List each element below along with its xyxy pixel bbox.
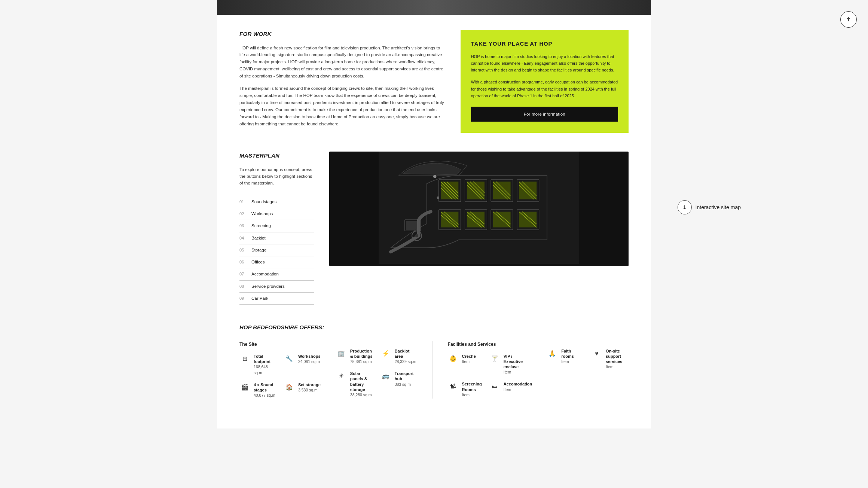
masterplan-heading: MASTERPLAN	[239, 152, 314, 160]
item-label: Service proivders	[251, 283, 285, 290]
stat-value: 75,381 sq.m	[350, 359, 373, 365]
masterplan-list-item[interactable]: 09Car Park	[239, 293, 314, 305]
stat-text: Solar panels & battery storage 38,280 sq…	[350, 371, 373, 398]
main-content: FOR WORK HOP will define a fresh new spe…	[217, 15, 651, 428]
stat-item: 🏠 Set storage 3,530 sq.m	[284, 382, 321, 399]
stat-item: 🎬 4 x Sound stages 40,877 sq.m	[239, 382, 276, 399]
screening-icon: 📽	[448, 381, 458, 392]
stat-text: Set storage 3,530 sq.m	[298, 382, 321, 393]
masterplan-list-item[interactable]: 02Workshops	[239, 208, 314, 220]
stat-text: Faith rooms Item	[561, 348, 584, 365]
item-number: 08	[239, 283, 248, 290]
stat-label: Workshops	[298, 354, 321, 359]
map-container	[329, 152, 629, 266]
transport-icon: 🚌	[380, 371, 391, 381]
stat-label: Transport hub	[395, 371, 418, 382]
stat-value: 168,648 sq.m	[254, 364, 276, 376]
stat-label: Total footprint	[254, 354, 276, 365]
site-map-svg	[329, 152, 629, 264]
for-more-information-button[interactable]: For more information	[471, 107, 618, 122]
item-label: Workshops	[251, 211, 273, 217]
stat-label: Set storage	[298, 382, 321, 387]
masterplan-list-item[interactable]: 08Service proivders	[239, 281, 314, 293]
hop-facilities-title: Facilities and Services	[448, 341, 532, 348]
stat-item: 🍸 VIP / Executive enclave Item	[489, 354, 532, 376]
hop-columns: The Site ⊞ Total footprint 168,648 sq.m …	[239, 341, 629, 399]
stat-item: 🏢 Production & buildings 75,381 sq.m	[336, 348, 373, 365]
stat-item: ⚡ Backlot area 28,329 sq.m	[380, 348, 418, 365]
stat-item: ♥ On-site support services Item	[592, 348, 629, 370]
item-number: 07	[239, 271, 248, 277]
for-work-left: FOR WORK HOP will define a fresh new spe…	[239, 30, 446, 133]
svg-rect-1	[379, 152, 579, 264]
masterplan-map	[329, 152, 629, 266]
for-work-paragraph2: The masterplan is formed around the conc…	[239, 85, 446, 128]
stat-item: 🚌 Transport hub 383 sq.m	[380, 371, 418, 398]
masterplan-description: To explore our campus concept, press the…	[239, 166, 314, 187]
wrench-icon: 🔧	[284, 354, 294, 364]
item-label: Soundstages	[251, 199, 276, 205]
hop-production-stats: 🏢 Production & buildings 75,381 sq.m ⚡ B…	[336, 348, 418, 398]
stat-label: Screening Rooms	[462, 381, 482, 392]
stat-value: 28,329 sq.m	[395, 359, 418, 365]
stat-item: 📽 Screening Rooms Item	[448, 381, 482, 398]
grid-icon: ⊞	[239, 354, 250, 364]
hop-extra-col: 🙏 Faith rooms Item ♥ On-site support ser…	[547, 341, 629, 399]
stat-label: Solar panels & battery storage	[350, 371, 373, 392]
item-number: 06	[239, 259, 248, 265]
stat-value: Item	[606, 364, 629, 370]
hop-section: HOP BEDFORDSHIRE OFFERS: The Site ⊞ Tota…	[239, 323, 629, 399]
stat-text: Screening Rooms Item	[462, 381, 482, 398]
masterplan-section: MASTERPLAN To explore our campus concept…	[239, 152, 629, 305]
masterplan-list-item[interactable]: 04Backlot	[239, 232, 314, 244]
masterplan-list-item[interactable]: 07Accomodation	[239, 268, 314, 280]
item-label: Storage	[251, 247, 266, 253]
stat-value: 3,530 sq.m	[298, 387, 321, 393]
item-number: 02	[239, 211, 248, 217]
hop-production-col: 🏢 Production & buildings 75,381 sq.m ⚡ B…	[336, 341, 418, 399]
annotation-circle: 1	[678, 200, 692, 214]
storage-icon: 🏠	[284, 382, 294, 393]
item-number: 04	[239, 235, 248, 241]
for-work-heading: FOR WORK	[239, 30, 446, 39]
interactive-site-map-annotation[interactable]: 1 Interactive site map	[678, 200, 741, 214]
stat-value: Item	[462, 359, 476, 365]
masterplan-left: MASTERPLAN To explore our campus concept…	[239, 152, 314, 305]
scroll-top-button[interactable]	[840, 11, 857, 28]
hop-site-title: The Site	[239, 341, 321, 348]
stat-value: Item	[504, 387, 532, 393]
hop-extra-stats: 🙏 Faith rooms Item ♥ On-site support ser…	[547, 348, 629, 370]
svg-point-48	[437, 196, 439, 199]
masterplan-list: 01Soundstages02Workshops03Screening04Bac…	[239, 196, 314, 305]
stat-label: Faith rooms	[561, 348, 584, 359]
item-label: Screening	[251, 223, 271, 229]
film-icon: 🎬	[239, 382, 250, 393]
masterplan-list-item[interactable]: 06Offices	[239, 256, 314, 268]
stat-item: 🔧 Workshops 24,061 sq.m	[284, 354, 321, 376]
masterplan-list-item[interactable]: 01Soundstages	[239, 196, 314, 208]
stat-label: Backlot area	[395, 348, 418, 359]
stat-text: Production & buildings 75,381 sq.m	[350, 348, 373, 365]
stat-value: 383 sq.m	[395, 382, 418, 388]
cta-box-body2: With a phased construction programme, ea…	[471, 79, 618, 99]
stat-label: VIP / Executive enclave	[504, 354, 532, 370]
stat-item: ☀ Solar panels & battery storage 38,280 …	[336, 371, 373, 398]
masterplan-list-item[interactable]: 03Screening	[239, 220, 314, 232]
stat-text: Creche Item	[462, 354, 476, 365]
support-icon: ♥	[592, 348, 602, 359]
hop-facilities-col: Facilities and Services 👶 Creche Item 🍸 …	[448, 341, 532, 399]
item-number: 05	[239, 247, 248, 253]
stat-text: 4 x Sound stages 40,877 sq.m	[254, 382, 276, 399]
item-label: Accomodation	[251, 271, 279, 277]
stat-text: VIP / Executive enclave Item	[504, 354, 532, 376]
column-divider	[433, 341, 433, 399]
masterplan-list-item[interactable]: 05Storage	[239, 244, 314, 256]
item-label: Car Park	[251, 295, 268, 302]
stat-item: 🛏 Accomodation Item	[489, 381, 532, 398]
for-work-paragraph1: HOP will define a fresh new specificatio…	[239, 45, 446, 80]
page-wrapper: FOR WORK HOP will define a fresh new spe…	[217, 0, 651, 428]
building-icon: 🏢	[336, 348, 346, 359]
stat-label: 4 x Sound stages	[254, 382, 276, 393]
stat-label: Creche	[462, 354, 476, 359]
hop-heading: HOP BEDFORDSHIRE OFFERS:	[239, 323, 629, 332]
